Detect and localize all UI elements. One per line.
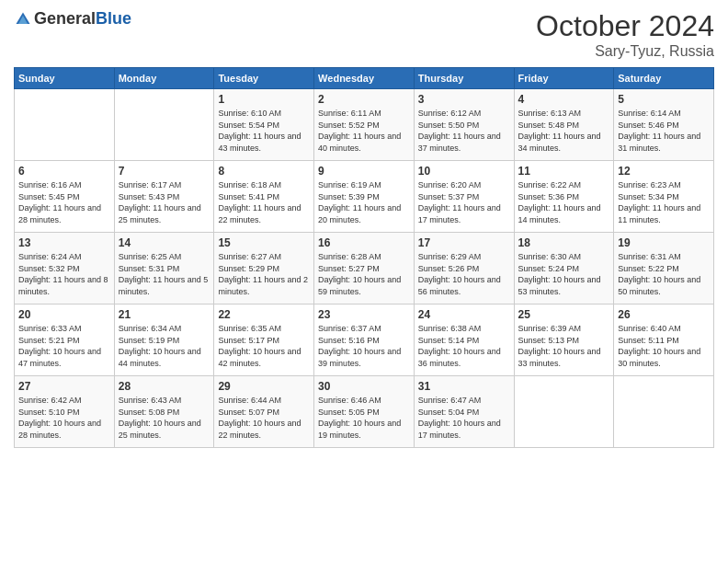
table-row bbox=[614, 376, 714, 448]
table-row: 28Sunrise: 6:43 AM Sunset: 5:08 PM Dayli… bbox=[114, 376, 214, 448]
day-info: Sunrise: 6:30 AM Sunset: 5:24 PM Dayligh… bbox=[518, 251, 610, 297]
table-row: 30Sunrise: 6:46 AM Sunset: 5:05 PM Dayli… bbox=[314, 376, 415, 448]
day-number: 27 bbox=[18, 380, 110, 393]
table-row: 6Sunrise: 6:16 AM Sunset: 5:45 PM Daylig… bbox=[15, 161, 115, 233]
table-row: 4Sunrise: 6:13 AM Sunset: 5:48 PM Daylig… bbox=[514, 89, 614, 161]
day-number: 19 bbox=[618, 236, 710, 249]
day-info: Sunrise: 6:42 AM Sunset: 5:10 PM Dayligh… bbox=[18, 395, 110, 441]
day-info: Sunrise: 6:11 AM Sunset: 5:52 PM Dayligh… bbox=[318, 108, 410, 154]
day-number: 16 bbox=[318, 236, 410, 249]
col-wednesday: Wednesday bbox=[314, 68, 415, 89]
day-number: 22 bbox=[218, 308, 310, 321]
week-row-2: 6Sunrise: 6:16 AM Sunset: 5:45 PM Daylig… bbox=[15, 161, 714, 233]
table-row: 8Sunrise: 6:18 AM Sunset: 5:41 PM Daylig… bbox=[214, 161, 314, 233]
title-block: October 2024 Sary-Tyuz, Russia bbox=[536, 9, 714, 60]
day-info: Sunrise: 6:17 AM Sunset: 5:43 PM Dayligh… bbox=[119, 179, 210, 225]
day-info: Sunrise: 6:33 AM Sunset: 5:21 PM Dayligh… bbox=[18, 323, 110, 369]
day-number: 25 bbox=[518, 308, 610, 321]
table-row: 15Sunrise: 6:27 AM Sunset: 5:29 PM Dayli… bbox=[214, 233, 314, 304]
day-info: Sunrise: 6:24 AM Sunset: 5:32 PM Dayligh… bbox=[18, 251, 110, 297]
day-number: 28 bbox=[119, 380, 210, 393]
page-header: GeneralBlue October 2024 Sary-Tyuz, Russ… bbox=[14, 9, 714, 60]
table-row: 9Sunrise: 6:19 AM Sunset: 5:39 PM Daylig… bbox=[314, 161, 415, 233]
calendar-header-row: Sunday Monday Tuesday Wednesday Thursday… bbox=[15, 68, 714, 89]
logo-blue: Blue bbox=[96, 9, 131, 28]
table-row: 3Sunrise: 6:12 AM Sunset: 5:50 PM Daylig… bbox=[414, 89, 514, 161]
day-number: 15 bbox=[218, 236, 310, 249]
col-tuesday: Tuesday bbox=[214, 68, 314, 89]
day-info: Sunrise: 6:43 AM Sunset: 5:08 PM Dayligh… bbox=[119, 395, 210, 441]
day-number: 10 bbox=[418, 165, 510, 178]
day-number: 2 bbox=[318, 93, 410, 106]
day-number: 26 bbox=[618, 308, 710, 321]
day-number: 23 bbox=[318, 308, 410, 321]
day-number: 9 bbox=[318, 165, 410, 178]
week-row-5: 27Sunrise: 6:42 AM Sunset: 5:10 PM Dayli… bbox=[15, 376, 714, 448]
day-info: Sunrise: 6:47 AM Sunset: 5:04 PM Dayligh… bbox=[418, 395, 510, 441]
day-info: Sunrise: 6:23 AM Sunset: 5:34 PM Dayligh… bbox=[618, 179, 710, 225]
table-row: 2Sunrise: 6:11 AM Sunset: 5:52 PM Daylig… bbox=[314, 89, 415, 161]
logo-icon bbox=[14, 10, 32, 29]
table-row bbox=[114, 89, 214, 161]
day-info: Sunrise: 6:22 AM Sunset: 5:36 PM Dayligh… bbox=[518, 179, 610, 225]
table-row: 31Sunrise: 6:47 AM Sunset: 5:04 PM Dayli… bbox=[414, 376, 514, 448]
day-info: Sunrise: 6:39 AM Sunset: 5:13 PM Dayligh… bbox=[518, 323, 610, 369]
col-thursday: Thursday bbox=[414, 68, 514, 89]
day-number: 30 bbox=[318, 380, 410, 393]
day-number: 11 bbox=[518, 165, 610, 178]
day-info: Sunrise: 6:13 AM Sunset: 5:48 PM Dayligh… bbox=[518, 108, 610, 154]
table-row: 27Sunrise: 6:42 AM Sunset: 5:10 PM Dayli… bbox=[15, 376, 115, 448]
day-info: Sunrise: 6:34 AM Sunset: 5:19 PM Dayligh… bbox=[119, 323, 210, 369]
day-info: Sunrise: 6:31 AM Sunset: 5:22 PM Dayligh… bbox=[618, 251, 710, 297]
table-row: 7Sunrise: 6:17 AM Sunset: 5:43 PM Daylig… bbox=[114, 161, 214, 233]
table-row: 25Sunrise: 6:39 AM Sunset: 5:13 PM Dayli… bbox=[514, 304, 614, 376]
day-number: 31 bbox=[418, 380, 510, 393]
day-number: 6 bbox=[18, 165, 110, 178]
table-row: 24Sunrise: 6:38 AM Sunset: 5:14 PM Dayli… bbox=[414, 304, 514, 376]
table-row bbox=[15, 89, 115, 161]
logo: GeneralBlue bbox=[14, 9, 131, 29]
month-title: October 2024 bbox=[536, 9, 714, 43]
main-container: GeneralBlue October 2024 Sary-Tyuz, Russ… bbox=[0, 0, 728, 453]
day-number: 14 bbox=[119, 236, 210, 249]
day-info: Sunrise: 6:25 AM Sunset: 5:31 PM Dayligh… bbox=[119, 251, 210, 297]
table-row: 18Sunrise: 6:30 AM Sunset: 5:24 PM Dayli… bbox=[514, 233, 614, 304]
col-sunday: Sunday bbox=[15, 68, 115, 89]
table-row: 29Sunrise: 6:44 AM Sunset: 5:07 PM Dayli… bbox=[214, 376, 314, 448]
table-row: 11Sunrise: 6:22 AM Sunset: 5:36 PM Dayli… bbox=[514, 161, 614, 233]
table-row: 10Sunrise: 6:20 AM Sunset: 5:37 PM Dayli… bbox=[414, 161, 514, 233]
table-row: 23Sunrise: 6:37 AM Sunset: 5:16 PM Dayli… bbox=[314, 304, 415, 376]
day-info: Sunrise: 6:38 AM Sunset: 5:14 PM Dayligh… bbox=[418, 323, 510, 369]
calendar-table: Sunday Monday Tuesday Wednesday Thursday… bbox=[14, 67, 714, 448]
day-number: 18 bbox=[518, 236, 610, 249]
day-info: Sunrise: 6:10 AM Sunset: 5:54 PM Dayligh… bbox=[218, 108, 310, 154]
table-row: 5Sunrise: 6:14 AM Sunset: 5:46 PM Daylig… bbox=[614, 89, 714, 161]
col-saturday: Saturday bbox=[614, 68, 714, 89]
table-row: 17Sunrise: 6:29 AM Sunset: 5:26 PM Dayli… bbox=[414, 233, 514, 304]
day-info: Sunrise: 6:14 AM Sunset: 5:46 PM Dayligh… bbox=[618, 108, 710, 154]
day-number: 17 bbox=[418, 236, 510, 249]
table-row: 13Sunrise: 6:24 AM Sunset: 5:32 PM Dayli… bbox=[15, 233, 115, 304]
day-number: 13 bbox=[18, 236, 110, 249]
table-row: 19Sunrise: 6:31 AM Sunset: 5:22 PM Dayli… bbox=[614, 233, 714, 304]
day-info: Sunrise: 6:28 AM Sunset: 5:27 PM Dayligh… bbox=[318, 251, 410, 297]
day-number: 7 bbox=[119, 165, 210, 178]
week-row-3: 13Sunrise: 6:24 AM Sunset: 5:32 PM Dayli… bbox=[15, 233, 714, 304]
location-title: Sary-Tyuz, Russia bbox=[536, 43, 714, 60]
col-monday: Monday bbox=[114, 68, 214, 89]
day-number: 21 bbox=[119, 308, 210, 321]
table-row: 14Sunrise: 6:25 AM Sunset: 5:31 PM Dayli… bbox=[114, 233, 214, 304]
day-info: Sunrise: 6:18 AM Sunset: 5:41 PM Dayligh… bbox=[218, 179, 310, 225]
table-row: 21Sunrise: 6:34 AM Sunset: 5:19 PM Dayli… bbox=[114, 304, 214, 376]
day-info: Sunrise: 6:16 AM Sunset: 5:45 PM Dayligh… bbox=[18, 179, 110, 225]
table-row: 1Sunrise: 6:10 AM Sunset: 5:54 PM Daylig… bbox=[214, 89, 314, 161]
day-number: 20 bbox=[18, 308, 110, 321]
day-number: 3 bbox=[418, 93, 510, 106]
day-number: 5 bbox=[618, 93, 710, 106]
day-number: 8 bbox=[218, 165, 310, 178]
table-row bbox=[514, 376, 614, 448]
day-info: Sunrise: 6:12 AM Sunset: 5:50 PM Dayligh… bbox=[418, 108, 510, 154]
day-info: Sunrise: 6:44 AM Sunset: 5:07 PM Dayligh… bbox=[218, 395, 310, 441]
week-row-4: 20Sunrise: 6:33 AM Sunset: 5:21 PM Dayli… bbox=[15, 304, 714, 376]
day-number: 4 bbox=[518, 93, 610, 106]
